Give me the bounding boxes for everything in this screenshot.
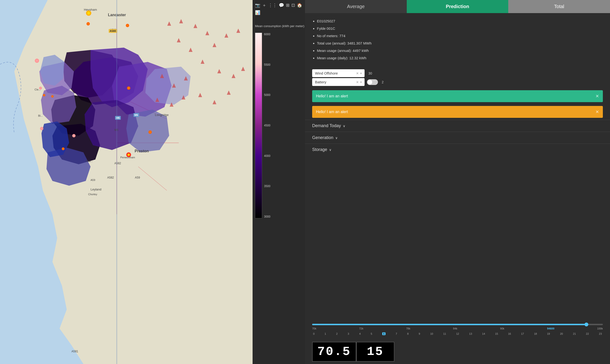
time-6: 6 [382,332,386,335]
tab-average[interactable]: Average [305,0,407,13]
map-container[interactable]: Heysham Lancaster A588 M6 M6 Bl... Cle..… [0,0,253,364]
info-mean-daily: Mean usage (daily): 12.32 kWh [317,55,603,61]
colorbar-label-3500: 3500 [264,184,271,188]
alert-orange-text: Hello! I am an alert [316,110,348,114]
battery-dropdown[interactable]: Battery ✕ ▾ [312,78,365,86]
slider-label-78k: 78k [406,327,410,330]
pin-heysham[interactable] [86,11,91,16]
pin-coast2[interactable] [39,87,42,90]
info-code: E01025027 [317,18,603,24]
pin-lancaster1[interactable] [86,22,90,26]
demand-today-label: Demand Today [312,123,341,128]
wind-offshore-dropdown[interactable]: Wind Offshore ✕ ▾ [312,69,365,77]
battery-arrow[interactable]: ▾ [360,80,362,84]
time-3: 3 [348,332,349,335]
pin-lancaster2[interactable] [126,24,129,27]
time-18: 18 [534,332,537,335]
alert-orange[interactable]: Hello! I am an alert ✕ [312,106,603,118]
range-slider-track[interactable] [312,324,603,325]
colorbar-label-5500: 5500 [264,63,271,66]
colorbar-label-3000: 3000 [264,215,271,218]
time-11: 11 [443,332,446,335]
generation-label: Generation [312,135,333,140]
colorbar-gradient [255,33,262,218]
pin-east1[interactable] [127,86,130,90]
time-21: 21 [573,332,576,335]
colorbar-container: 6000 5500 5000 4500 4000 3500 3000 [255,33,271,218]
plus-icon[interactable]: ＋ [262,2,266,8]
home-icon[interactable]: 🏠 [297,3,302,8]
info-section: E01025027 Fylde 001C No of meters: 774 T… [305,13,610,67]
slider-label-70k: 70k [312,327,316,330]
box-icon[interactable]: ⊡ [291,3,295,8]
generation-chevron: ∨ [335,136,338,140]
grid-icon[interactable]: ⋮⋮ [268,3,277,8]
time-19: 19 [547,332,550,335]
pin-coast1[interactable] [35,59,39,63]
colorbar-label-4000: 4000 [264,154,271,158]
wind-offshore-arrow[interactable]: ▾ [360,72,362,75]
pin-fylde2[interactable] [72,134,76,137]
slider-label-90k: 90k [500,327,504,330]
slider-label-active: 94600 [547,327,555,330]
battery-badge: 2 [382,80,384,84]
wind-badge: 30 [368,71,372,75]
time-17: 17 [521,332,524,335]
colorbar-labels: 6000 5500 5000 4500 4000 3500 3000 [262,33,271,218]
digital-value1: 70.5 [312,342,356,362]
slider-label-84k: 84k [453,327,458,330]
colorbar-label-5000: 5000 [264,93,271,97]
right-panel: Average Prediction Total E01025027 Fylde… [305,0,610,364]
time-22: 22 [586,332,589,335]
time-1: 1 [325,332,326,335]
time-4: 4 [359,332,361,335]
demand-today-section[interactable]: Demand Today ∨ [305,120,610,132]
slider-thumb[interactable] [584,323,588,326]
wind-offshore-label: Wind Offshore [315,71,338,75]
battery-toggle[interactable] [367,79,378,85]
pin-fylde1[interactable] [40,127,43,130]
time-9: 9 [419,332,420,335]
battery-label: Battery [315,80,326,84]
time-12: 12 [456,332,459,335]
colorbar-label-4500: 4500 [264,124,271,127]
pin-preston[interactable] [126,152,131,157]
tabs-row: Average Prediction Total [305,0,610,13]
legend-panel: 📷 ＋ ⋮⋮ 💬 ⊞ ⊡ 🏠 📊 Mean consumption (kWh p… [253,0,305,364]
generation-section[interactable]: Generation ∨ [305,132,610,143]
table-icon[interactable]: ⊞ [286,3,289,8]
chart-icon[interactable]: 📊 [255,10,260,15]
alert-green-close[interactable]: ✕ [596,93,599,99]
comment-icon[interactable]: 💬 [279,3,284,8]
slider-label-100k: 100k [597,327,603,330]
time-15: 15 [495,332,498,335]
camera-icon[interactable]: 📷 [255,3,260,8]
battery-close[interactable]: ✕ [356,80,359,84]
alert-orange-close[interactable]: ✕ [596,109,599,115]
info-mean-annual: Mean usage (annual): 4497 kWh [317,47,603,54]
toggle-knob [367,80,372,85]
alert-green-text: Hello! I am an alert [316,94,348,98]
time-5: 5 [371,332,372,335]
storage-chevron: ∨ [329,148,331,152]
dropdown-group1: Wind Offshore ✕ ▾ 30 Battery ✕ ▾ [312,69,384,86]
wind-offshore-close[interactable]: ✕ [356,71,359,75]
range-slider-fill [312,324,588,325]
pin-mid2[interactable] [51,95,54,98]
pin-mid1[interactable] [43,94,45,96]
storage-section[interactable]: Storage ∨ [305,143,610,156]
time-10: 10 [430,332,433,335]
legend-title: Mean consumption (kWh per meter) [255,24,304,28]
time-axis: 0 1 2 3 4 5 6 7 8 9 10 11 12 13 14 15 16… [312,332,603,335]
map-background [0,0,253,364]
slider-label-72k: 72k [359,327,363,330]
alert-green[interactable]: Hello! I am an alert ✕ [312,90,603,102]
time-0: 0 [313,332,314,335]
tab-total[interactable]: Total [508,0,610,13]
pin-south1[interactable] [62,147,65,150]
slider-labels: 70k 72k 78k 84k 90k 94600 100k [312,327,603,330]
pin-east2[interactable] [149,130,152,134]
demand-today-chevron: ∨ [343,124,345,128]
map-toolbar[interactable]: 📷 ＋ ⋮⋮ 💬 ⊞ ⊡ 🏠 📊 [255,2,305,15]
tab-prediction[interactable]: Prediction [407,0,508,13]
